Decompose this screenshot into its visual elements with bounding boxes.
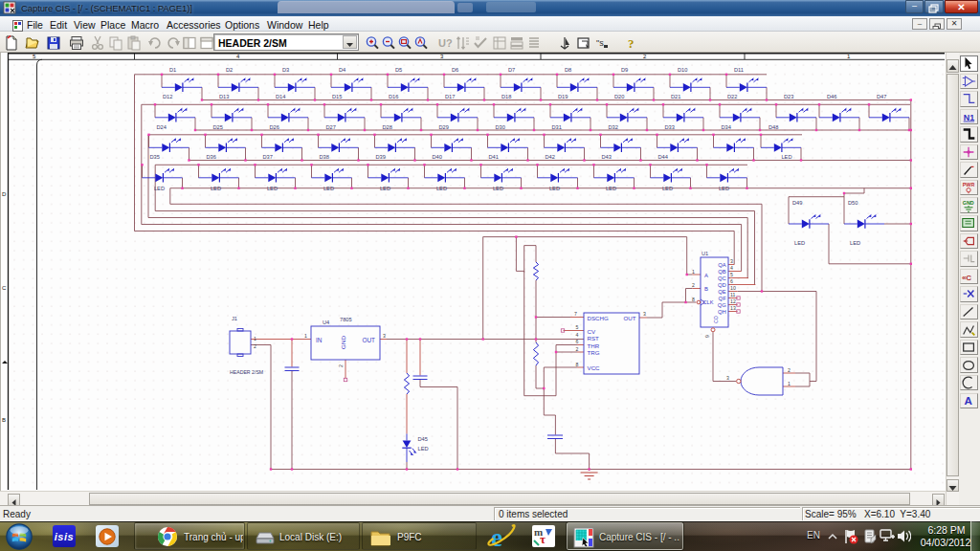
svg-text:D35: D35 — [150, 154, 160, 160]
svg-text:τ: τ — [540, 532, 546, 546]
svg-text:D46: D46 — [827, 94, 836, 99]
svg-text:e: e — [491, 523, 502, 551]
svg-text:D34: D34 — [722, 124, 731, 130]
svg-text:LED: LED — [323, 186, 334, 191]
svg-text:LED: LED — [493, 186, 503, 191]
svg-text:N1: N1 — [964, 112, 974, 121]
svg-text:13: 13 — [730, 305, 736, 311]
svg-text:LED: LED — [380, 186, 390, 191]
svg-text:D11: D11 — [734, 67, 744, 73]
svg-text:D19: D19 — [558, 94, 568, 99]
svg-text:7805: 7805 — [340, 317, 352, 322]
svg-text:QA: QA — [718, 262, 726, 268]
svg-text:U1: U1 — [702, 251, 708, 256]
svg-text:QC: QC — [718, 276, 727, 281]
svg-text:LED: LED — [719, 186, 729, 191]
svg-text:6: 6 — [730, 278, 733, 284]
svg-text:D48: D48 — [768, 124, 778, 130]
svg-text:3: 3 — [643, 311, 646, 317]
svg-text:U4: U4 — [323, 320, 329, 325]
svg-text:3: 3 — [383, 333, 386, 339]
svg-text:D41: D41 — [489, 154, 499, 160]
svg-text:4: 4 — [576, 332, 579, 338]
svg-text:QB: QB — [718, 269, 726, 275]
svg-text:D47: D47 — [877, 94, 886, 99]
svg-text:12: 12 — [730, 298, 736, 304]
svg-text:D32: D32 — [609, 124, 618, 130]
svg-text:IN: IN — [316, 337, 323, 343]
svg-text:D4: D4 — [339, 67, 345, 73]
svg-text:LED: LED — [211, 186, 221, 191]
svg-text:D7: D7 — [508, 67, 515, 73]
svg-text:"s: "s — [596, 38, 604, 48]
svg-text:TRG: TRG — [588, 349, 600, 356]
svg-text:4: 4 — [730, 265, 733, 271]
svg-text:D6: D6 — [452, 67, 458, 73]
svg-text:LED: LED — [267, 186, 278, 191]
svg-text:QE: QE — [718, 289, 726, 295]
svg-text:B: B — [2, 417, 6, 423]
svg-text:D1: D1 — [169, 67, 176, 73]
svg-text:D38: D38 — [320, 154, 329, 160]
svg-text:PWR: PWR — [963, 182, 975, 187]
svg-text:D50: D50 — [848, 200, 858, 206]
svg-text:C: C — [2, 285, 7, 291]
svg-text:OUT: OUT — [623, 315, 635, 321]
svg-text:D14: D14 — [276, 94, 285, 99]
svg-text:D29: D29 — [439, 124, 449, 130]
svg-text:D9: D9 — [621, 67, 628, 73]
svg-text:QG: QG — [718, 302, 727, 308]
svg-text:J1: J1 — [232, 316, 237, 321]
svg-text:D21: D21 — [671, 94, 680, 99]
svg-text:D26: D26 — [270, 124, 279, 130]
svg-text:«C: «C — [962, 273, 971, 281]
svg-text:D49: D49 — [792, 200, 802, 206]
svg-text:D36: D36 — [207, 154, 216, 160]
svg-text:D44: D44 — [658, 154, 668, 160]
svg-text:D8: D8 — [565, 67, 571, 73]
svg-text:D: D — [2, 191, 7, 197]
svg-text:D28: D28 — [383, 124, 392, 130]
svg-text:D27: D27 — [326, 124, 336, 130]
svg-text:HEADER 2/SM: HEADER 2/SM — [230, 369, 263, 375]
svg-text:THR: THR — [588, 342, 600, 349]
svg-text:LED: LED — [850, 240, 860, 246]
svg-text:3: 3 — [726, 375, 729, 381]
svg-text:A: A — [965, 394, 973, 407]
svg-text:D23: D23 — [784, 94, 793, 99]
svg-text:9: 9 — [704, 335, 710, 338]
svg-text:7: 7 — [574, 311, 577, 317]
svg-text:1: 1 — [692, 269, 695, 275]
svg-text:D5: D5 — [395, 67, 402, 73]
svg-text:D16: D16 — [389, 94, 398, 99]
svg-text:2: 2 — [576, 346, 579, 352]
svg-text:5: 5 — [576, 324, 579, 330]
svg-text:CO: CO — [713, 316, 719, 323]
svg-text:LED: LED — [549, 186, 560, 191]
svg-text:2: 2 — [788, 367, 791, 373]
svg-text:2: 2 — [338, 364, 344, 367]
svg-text:5: 5 — [730, 272, 733, 277]
svg-text:D18: D18 — [501, 94, 511, 99]
svg-text:?: ? — [628, 36, 635, 51]
svg-text:D20: D20 — [614, 94, 624, 99]
svg-text:D13: D13 — [219, 94, 229, 99]
svg-text:3: 3 — [730, 258, 733, 264]
svg-text:RST: RST — [588, 335, 600, 342]
svg-text:11: 11 — [730, 292, 735, 298]
svg-text:LED: LED — [418, 446, 429, 452]
svg-text:CV: CV — [588, 328, 596, 335]
svg-text:1: 1 — [254, 336, 256, 342]
svg-text:D43: D43 — [602, 154, 612, 160]
svg-text:U?: U? — [438, 37, 453, 49]
svg-text:GND: GND — [340, 336, 346, 349]
svg-text:D3: D3 — [282, 67, 289, 73]
svg-text:LED: LED — [606, 186, 616, 191]
svg-text:CLK: CLK — [703, 299, 714, 305]
svg-text:10: 10 — [730, 285, 736, 291]
svg-text:B: B — [704, 286, 708, 292]
svg-text:DSCHG: DSCHG — [588, 315, 610, 321]
svg-text:D33: D33 — [665, 124, 675, 130]
svg-text:A: A — [704, 273, 708, 278]
svg-text:D37: D37 — [263, 154, 273, 160]
